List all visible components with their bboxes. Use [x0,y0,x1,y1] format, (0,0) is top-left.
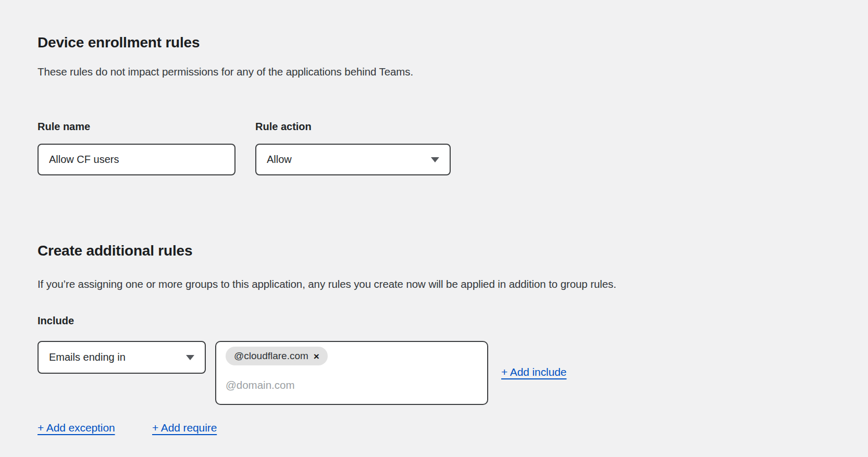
chevron-down-icon [186,355,194,360]
additional-rules-description: If you’re assigning one or more groups t… [38,278,616,290]
domain-entry-input[interactable] [226,379,465,391]
add-require-link[interactable]: + Add require [152,422,217,434]
include-selector-select[interactable]: Emails ending in [38,341,206,374]
rule-name-input[interactable] [38,144,235,175]
device-enrollment-page: Device enrollment rules These rules do n… [0,0,868,457]
add-include-link[interactable]: + Add include [501,366,566,378]
chevron-down-icon [431,157,439,162]
email-domain-tag-label: @cloudflare.com [234,350,308,362]
email-domains-tag-input[interactable]: @cloudflare.com × [215,341,488,405]
include-label: Include [38,315,74,327]
rule-action-selected-value: Allow [267,154,292,166]
include-selector-selected-value: Emails ending in [49,351,126,363]
rule-name-label: Rule name [38,121,90,133]
remove-tag-icon[interactable]: × [314,351,319,361]
add-exception-link[interactable]: + Add exception [38,422,115,434]
email-domain-tag: @cloudflare.com × [226,347,328,365]
page-title: Device enrollment rules [38,34,200,51]
enrollment-description: These rules do not impact permissions fo… [38,66,413,78]
rule-action-select[interactable]: Allow [255,144,451,175]
rule-action-label: Rule action [255,121,312,133]
additional-rules-title: Create additional rules [38,243,192,259]
